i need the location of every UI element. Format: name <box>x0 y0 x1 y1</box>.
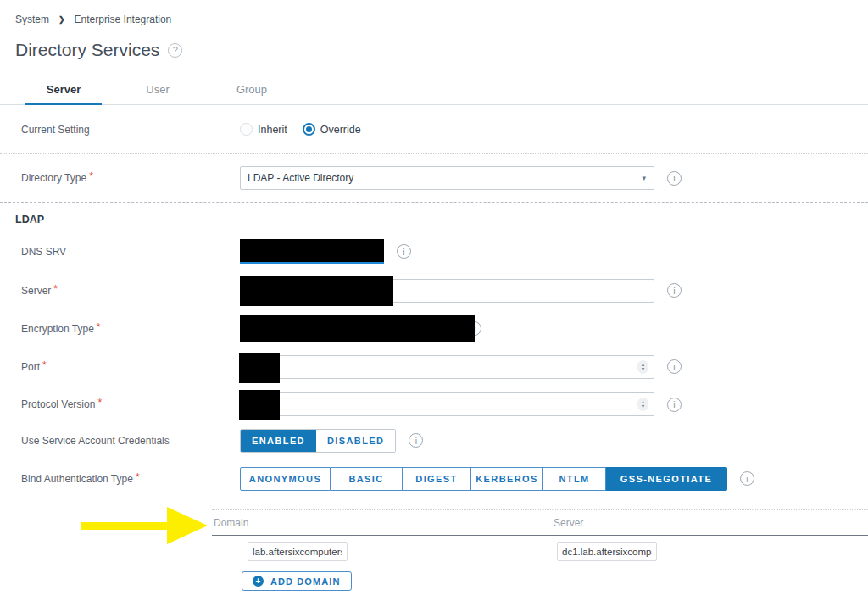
required-marker: * <box>97 321 101 333</box>
stepper-down-icon[interactable]: ▾ <box>642 367 644 371</box>
encryption-type-label-text: Encryption Type <box>21 323 94 335</box>
breadcrumb-enterprise-integration[interactable]: Enterprise Integration <box>75 14 172 25</box>
breadcrumb: System ❯ Enterprise Integration <box>0 0 868 25</box>
radio-override[interactable]: Override <box>303 123 361 136</box>
server-input-wrap <box>240 279 654 303</box>
toggle-enabled-button[interactable]: ENABLED <box>241 430 316 452</box>
dns-srv-label: DNS SRV <box>21 246 240 258</box>
radio-inherit-label: Inherit <box>258 124 287 136</box>
page-title: Directory Services <box>15 40 159 60</box>
row-use-service-account-credentials: Use Service Account Credentials ENABLED … <box>0 422 868 459</box>
add-domain-button-label: ADD DOMAIN <box>270 576 341 587</box>
required-marker: * <box>42 359 47 371</box>
encryption-type-label: Encryption Type* <box>21 323 240 335</box>
tab-group[interactable]: Group <box>214 83 290 104</box>
tab-server[interactable]: Server <box>25 83 102 105</box>
radio-unselected-icon[interactable] <box>240 123 253 136</box>
protocol-version-input-wrap: ▴ ▾ <box>240 392 654 416</box>
port-input-wrap: ▴ ▾ <box>240 355 654 379</box>
page-title-row: Directory Services ? <box>15 40 868 60</box>
service-account-toggle-group: ENABLED DISABLED <box>240 429 396 453</box>
info-icon[interactable]: i <box>397 244 411 259</box>
directory-type-select[interactable]: LDAP - Active Directory ▾ <box>240 166 654 190</box>
row-dns-srv: DNS SRV i <box>0 232 868 270</box>
help-icon[interactable]: ? <box>168 43 182 58</box>
bind-auth-anonymous-button[interactable]: ANONYMOUS <box>240 467 331 491</box>
current-setting-radio-group: Inherit Override <box>240 123 361 136</box>
add-domain-button[interactable]: + ADD DOMAIN <box>242 571 352 591</box>
stepper-down-icon[interactable]: ▾ <box>642 404 644 409</box>
protocol-version-redaction-overlay <box>239 390 280 420</box>
domain-column-header: Domain <box>212 517 554 529</box>
bind-auth-ntlm-button[interactable]: NTLM <box>543 467 606 491</box>
server-label-text: Server <box>21 285 51 297</box>
info-icon[interactable]: i <box>740 471 754 486</box>
info-icon[interactable]: i <box>409 433 423 448</box>
toggle-disabled-button[interactable]: DISABLED <box>316 430 395 452</box>
directory-type-label-text: Directory Type <box>21 172 86 184</box>
ldap-section-title: LDAP <box>15 214 868 231</box>
row-directory-type: Directory Type* LDAP - Active Directory … <box>0 154 868 203</box>
port-label-text: Port <box>21 361 40 373</box>
bind-auth-digest-button[interactable]: DIGEST <box>403 467 471 491</box>
bind-auth-button-group: ANONYMOUS BASIC DIGEST KERBEROS NTLM GSS… <box>240 467 727 491</box>
yellow-arrow-annotation <box>72 504 212 547</box>
required-marker: * <box>97 397 102 409</box>
row-bind-authentication-type: Bind Authentication Type* ANONYMOUS BASI… <box>0 459 868 498</box>
chevron-down-icon: ▾ <box>642 174 646 182</box>
tab-user[interactable]: User <box>120 83 196 104</box>
directory-type-label: Directory Type* <box>21 172 240 184</box>
info-icon[interactable]: i <box>667 359 682 374</box>
info-icon[interactable]: i <box>667 283 682 298</box>
port-input[interactable] <box>241 356 654 378</box>
encryption-type-redaction-overlay <box>240 315 475 342</box>
protocol-version-label-text: Protocol Version <box>21 398 95 410</box>
row-encryption-type: Encryption Type* i <box>0 310 868 347</box>
port-label: Port* <box>21 361 240 373</box>
tab-bar: Server User Group <box>0 83 868 105</box>
domain-server-value-input[interactable] <box>557 542 657 561</box>
bind-authentication-type-label-text: Bind Authentication Type <box>21 473 133 485</box>
server-column-header: Server <box>554 517 868 529</box>
dns-srv-redaction-overlay <box>240 239 384 264</box>
directory-services-page: System ❯ Enterprise Integration Director… <box>0 0 868 601</box>
breadcrumb-system-link[interactable]: System <box>15 14 49 25</box>
current-setting-label: Current Setting <box>21 124 240 136</box>
protocol-version-input[interactable] <box>241 393 654 415</box>
protocol-version-label: Protocol Version* <box>21 398 240 410</box>
server-redaction-overlay <box>240 276 393 306</box>
row-port: Port* ▴ ▾ i <box>0 347 868 387</box>
domain-table-header: Domain Server <box>212 510 868 536</box>
use-service-account-credentials-label: Use Service Account Credentials <box>21 435 240 447</box>
bind-auth-gss-negotiate-button[interactable]: GSS-NEGOTIATE <box>606 467 727 491</box>
chevron-right-icon: ❯ <box>58 15 65 24</box>
bind-auth-kerberos-button[interactable]: KERBEROS <box>471 467 543 491</box>
bind-auth-basic-button[interactable]: BASIC <box>331 467 403 491</box>
radio-selected-icon[interactable] <box>303 123 315 136</box>
bind-authentication-type-label: Bind Authentication Type* <box>21 473 240 485</box>
row-server: Server* i <box>0 270 868 310</box>
plus-icon: + <box>253 576 264 587</box>
port-redaction-overlay <box>239 353 280 383</box>
directory-type-value: LDAP - Active Directory <box>248 172 353 184</box>
radio-inherit[interactable]: Inherit <box>240 123 287 136</box>
info-icon[interactable]: i <box>667 171 682 186</box>
row-current-setting: Current Setting Inherit Override <box>0 105 868 154</box>
number-stepper-icon[interactable]: ▴ ▾ <box>637 360 648 374</box>
domain-server-table: Domain Server + ADD DOMAIN <box>212 509 868 591</box>
required-marker: * <box>89 170 93 182</box>
domain-value-input[interactable] <box>248 542 348 561</box>
number-stepper-icon[interactable]: ▴ ▾ <box>637 398 648 411</box>
radio-override-label: Override <box>320 124 361 136</box>
table-row <box>212 536 868 566</box>
row-protocol-version: Protocol Version* ▴ ▾ i <box>0 387 868 422</box>
server-label: Server* <box>21 285 240 297</box>
required-marker: * <box>136 471 140 483</box>
required-marker: * <box>53 283 58 295</box>
info-icon[interactable]: i <box>667 398 682 412</box>
